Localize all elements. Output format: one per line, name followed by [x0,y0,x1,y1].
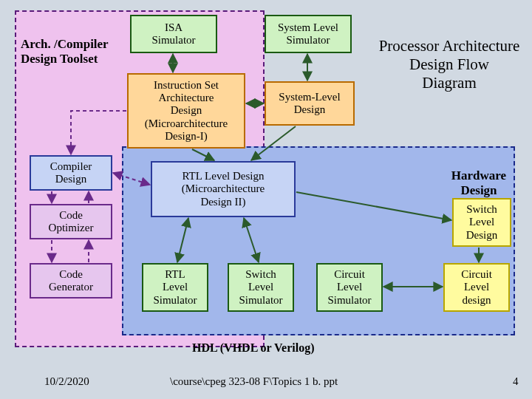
title-line2: Design Flow [368,55,531,74]
rtl-design-label: RTL Level Design (Microarchitecture Desi… [182,170,265,208]
rtl-simulator-box: RTL Level Simulator [142,263,208,312]
footer-page-text: 4 [513,375,519,387]
circuit-design-box: Circuit Level design [443,263,510,312]
footer-date-text: 10/2/2020 [44,375,89,387]
circuit-simulator-box: Circuit Level Simulator [316,263,383,312]
circuit-simulator-label: Circuit Level Simulator [327,268,371,307]
hdl-text: HDL (VHDL or Verilog) [192,341,315,354]
arch-toolset-header: Arch. /Compiler Design Toolset [21,22,132,66]
hardware-design-header-label: Hardware Design [451,168,506,197]
diagram-title: Processor Architecture Design Flow Diagr… [368,37,531,92]
system-design-box: System-Level Design [265,81,355,126]
isa-design-label: Instruction Set Architecture Design (Mic… [145,79,228,143]
system-simulator-box: System Level Simulator [265,15,352,53]
hardware-design-header: Hardware Design [442,154,516,198]
title-line1: Processor Architecture [368,37,531,55]
footer-path-text: \course\cpeg 323-08 F\Topics 1 b. ppt [170,375,338,387]
isa-simulator-label: ISA Simulator [151,21,195,47]
compiler-design-label: Compiler Design [50,160,92,186]
rtl-simulator-label: RTL Level Simulator [153,268,197,307]
switch-simulator-label: Switch Level Simulator [239,268,282,307]
code-generator-label: Code Generator [49,268,93,294]
code-optimizer-label: Code Optimizer [49,209,94,235]
title-line3: Diagram [368,74,531,92]
arch-toolset-header-label: Arch. /Compiler Design Toolset [21,37,109,66]
footer-date: 10/2/2020 [44,375,89,388]
switch-design-label: Switch Level Design [466,203,498,242]
compiler-design-box: Compiler Design [30,155,112,191]
footer-page: 4 [513,375,519,388]
system-design-label: System-Level Design [279,91,340,117]
circuit-design-label: Circuit Level design [461,268,492,307]
code-optimizer-box: Code Optimizer [30,204,112,239]
switch-design-box: Switch Level Design [452,198,511,247]
rtl-design-box: RTL Level Design (Microarchitecture Desi… [151,161,296,217]
code-generator-box: Code Generator [30,263,112,299]
switch-simulator-box: Switch Level Simulator [228,263,294,312]
footer-path: \course\cpeg 323-08 F\Topics 1 b. ppt [170,375,338,388]
hdl-label: HDL (VHDL or Verilog) [192,341,315,355]
isa-design-box: Instruction Set Architecture Design (Mic… [127,73,245,149]
isa-simulator-box: ISA Simulator [130,15,217,53]
system-simulator-label: System Level Simulator [278,21,338,47]
